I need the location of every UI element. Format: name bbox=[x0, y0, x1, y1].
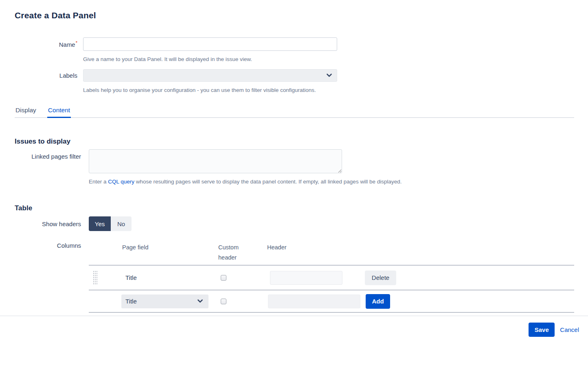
tab-display[interactable]: Display bbox=[15, 106, 37, 117]
create-data-panel-page: Create a Data Panel Name* Give a name to… bbox=[0, 11, 588, 337]
new-header-input[interactable] bbox=[268, 295, 360, 308]
new-custom-header-checkbox[interactable] bbox=[221, 299, 226, 304]
show-headers-toggle: Yes No bbox=[89, 216, 132, 231]
custom-header-cell bbox=[218, 275, 267, 281]
drag-cell bbox=[89, 271, 122, 285]
page-field-column-header: Page field bbox=[122, 242, 218, 253]
cancel-link[interactable]: Cancel bbox=[560, 326, 579, 333]
page-field-select[interactable]: Title bbox=[121, 295, 208, 308]
cql-help-suffix: whose resulting pages will serve to disp… bbox=[134, 179, 402, 185]
save-button[interactable]: Save bbox=[529, 323, 555, 337]
custom-header-checkbox[interactable] bbox=[221, 275, 226, 281]
labels-field-row: Labels bbox=[0, 69, 588, 82]
table-heading: Table bbox=[15, 204, 588, 212]
page-field-select-value: Title bbox=[125, 298, 137, 305]
show-headers-row: Show headers Yes No bbox=[0, 216, 588, 231]
add-column-row: Title Add bbox=[89, 290, 574, 313]
required-asterisk: * bbox=[76, 40, 77, 45]
linked-pages-filter-label: Linked pages filter bbox=[0, 153, 81, 160]
cql-help-prefix: Enter a bbox=[89, 179, 108, 185]
page-field-select-cell: Title bbox=[122, 295, 218, 308]
action-cell: Add bbox=[364, 294, 574, 309]
page-field-value: Title bbox=[122, 274, 218, 281]
name-help-text: Give a name to your Data Panel. It will … bbox=[83, 56, 588, 62]
table-row: Title Delete bbox=[89, 265, 574, 290]
custom-header-column-header: Custom header bbox=[218, 242, 267, 263]
columns-table: Page field Custom header Header Title De… bbox=[89, 240, 574, 313]
show-headers-yes-button[interactable]: Yes bbox=[89, 216, 111, 231]
show-headers-no-button[interactable]: No bbox=[111, 216, 132, 231]
name-label-text: Name bbox=[59, 41, 75, 48]
labels-select[interactable] bbox=[83, 69, 337, 82]
custom-header-cell bbox=[218, 299, 267, 304]
page-title: Create a Data Panel bbox=[15, 11, 588, 20]
cql-query-link[interactable]: CQL query bbox=[108, 179, 134, 185]
chevron-down-icon bbox=[327, 74, 332, 77]
tab-content[interactable]: Content bbox=[47, 106, 71, 118]
footer-divider bbox=[0, 316, 588, 316]
tab-bar: Display Content bbox=[15, 106, 574, 118]
chevron-down-icon bbox=[197, 299, 203, 303]
header-cell bbox=[267, 271, 364, 285]
delete-button[interactable]: Delete bbox=[365, 271, 396, 285]
cql-help-text: Enter a CQL query whose resulting pages … bbox=[89, 179, 588, 185]
action-cell: Delete bbox=[364, 271, 574, 285]
columns-label: Columns bbox=[0, 242, 81, 249]
labels-help-text: Labels help you to organise your configu… bbox=[83, 87, 588, 93]
columns-row: Columns Page field Custom header Header … bbox=[0, 240, 588, 313]
name-input[interactable] bbox=[83, 37, 337, 51]
drag-handle-icon[interactable] bbox=[93, 271, 98, 285]
labels-label: Labels bbox=[0, 72, 77, 79]
issues-to-display-heading: Issues to display bbox=[15, 137, 588, 146]
header-cell bbox=[267, 295, 364, 308]
name-field-row: Name* bbox=[0, 37, 588, 51]
name-label: Name* bbox=[0, 40, 77, 48]
linked-pages-filter-row: Linked pages filter bbox=[0, 149, 588, 173]
columns-table-header-row: Page field Custom header Header bbox=[89, 240, 574, 265]
header-input[interactable] bbox=[270, 271, 342, 285]
show-headers-label: Show headers bbox=[0, 220, 81, 227]
header-column-header: Header bbox=[267, 242, 364, 253]
footer-actions: Save Cancel bbox=[0, 323, 588, 337]
add-button[interactable]: Add bbox=[366, 294, 390, 309]
linked-pages-filter-textarea[interactable] bbox=[89, 149, 342, 173]
